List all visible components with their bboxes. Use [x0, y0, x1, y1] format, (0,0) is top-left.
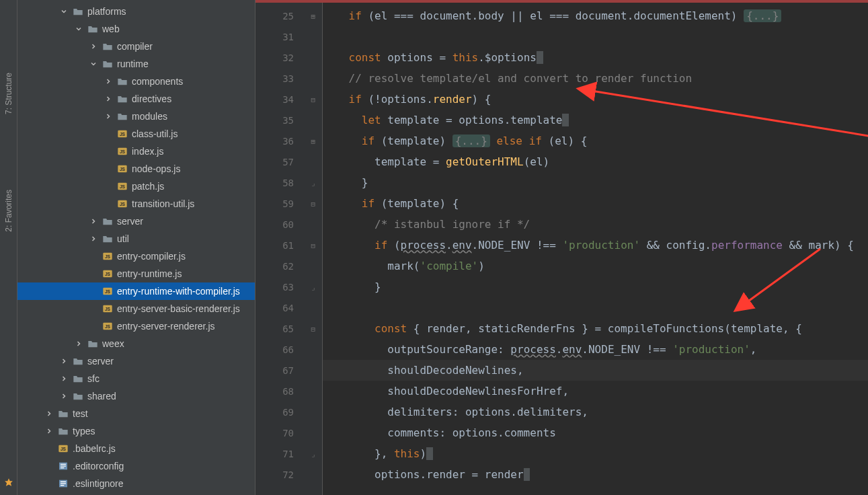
js-file-icon: JS [102, 268, 113, 279]
favorites-star-icon[interactable] [4, 478, 13, 487]
tree-item-entry-server-renderer-js[interactable]: JSentry-server-renderer.js [17, 317, 255, 335]
chevron-right-icon[interactable] [89, 234, 98, 243]
tree-item-transition-util-js[interactable]: JStransition-util.js [17, 195, 255, 213]
chevron-right-icon[interactable] [59, 391, 69, 401]
chevron-down-icon[interactable] [59, 7, 69, 16]
code-line: if (template) { [323, 193, 868, 214]
tree-item-label: class-util.js [132, 128, 177, 139]
gutter-line: 63⌟ [255, 276, 322, 297]
chevron-right-icon[interactable] [104, 77, 113, 86]
chevron-right-icon[interactable] [44, 409, 54, 418]
code-line [323, 297, 868, 318]
fold-expand-icon[interactable]: ⊞ [311, 11, 315, 20]
gutter-line: 57 [255, 151, 322, 172]
tree-item-modules[interactable]: modules [17, 108, 255, 125]
code-line: outputSourceRange: process.env.NODE_ENV … [323, 339, 868, 360]
tree-item-server[interactable]: server [17, 352, 255, 370]
code-line: if (el === document.body || el === docum… [323, 5, 868, 26]
chevron-right-icon[interactable] [104, 94, 113, 104]
fold-badge[interactable]: {...} [744, 9, 781, 22]
fold-expand-icon[interactable]: ⊞ [311, 137, 315, 145]
folder-icon [73, 356, 83, 367]
js-file-icon: JS [117, 198, 128, 209]
tree-item-label: entry-compiler.js [117, 251, 186, 262]
tree-item-index-js[interactable]: JSindex.js [17, 143, 255, 160]
tree-item-entry-server-basic-renderer-js[interactable]: JSentry-server-basic-renderer.js [17, 300, 255, 317]
code-line: const { render, staticRenderFns } = comp… [323, 318, 868, 339]
project-tree-sidebar[interactable]: platformswebcompilerruntimecomponentsdir… [17, 0, 255, 495]
tree-item--eslintignore[interactable]: .eslintignore [17, 475, 255, 492]
tree-item-platforms[interactable]: platforms [17, 3, 255, 20]
tree-item-entry-runtime-with-compiler-js[interactable]: JSentry-runtime-with-compiler.js [17, 282, 255, 300]
tree-item-patch-js[interactable]: JSpatch.js [17, 178, 255, 195]
tree-item-util[interactable]: util [17, 230, 255, 248]
code-editor[interactable]: 25⊞31323334⊟3536⊞5758⌟59⊟6061⊟6263⌟6465⊟… [255, 0, 868, 495]
tree-item-node-ops-js[interactable]: JSnode-ops.js [17, 160, 255, 178]
tree-item-weex[interactable]: weex [17, 335, 255, 352]
folder-icon [58, 408, 69, 419]
chevron-right-icon[interactable] [89, 42, 98, 51]
code-line: let template = options.template [323, 110, 868, 130]
code-area[interactable]: if (el === document.body || el === docum… [323, 0, 868, 495]
tree-item-label: platforms [87, 6, 126, 17]
js-file-icon: JS [102, 286, 113, 297]
fold-collapse-icon[interactable]: ⊟ [311, 199, 315, 208]
fold-end-icon[interactable]: ⌟ [311, 449, 315, 458]
tree-item-entry-runtime-js[interactable]: JSentry-runtime.js [17, 265, 255, 282]
chevron-down-icon[interactable] [89, 59, 98, 69]
tree-item-web[interactable]: web [17, 20, 255, 38]
tree-item-shared[interactable]: shared [17, 387, 255, 405]
chevron-down-icon[interactable] [74, 24, 83, 34]
tree-item-label: entry-server-basic-renderer.js [117, 303, 240, 314]
tree-item-label: entry-server-renderer.js [117, 321, 215, 332]
gutter-line: 36⊞ [255, 130, 322, 151]
gutter-line: 68 [255, 381, 322, 402]
tree-item-directives[interactable]: directives [17, 90, 255, 108]
editor-gutter: 25⊞31323334⊟3536⊞5758⌟59⊟6061⊟6263⌟6465⊟… [255, 0, 323, 495]
tree-item-class-util-js[interactable]: JSclass-util.js [17, 125, 255, 143]
svg-rect-26 [61, 467, 64, 468]
chevron-right-icon[interactable] [59, 356, 69, 366]
gutter-line: 66 [255, 339, 322, 360]
tree-item-server[interactable]: server [17, 213, 255, 230]
svg-text:JS: JS [120, 202, 126, 206]
tree-item--editorconfig[interactable]: .editorconfig [17, 457, 255, 475]
svg-text:JS: JS [105, 307, 111, 311]
folder-icon [73, 6, 83, 17]
folder-icon [102, 59, 113, 69]
folder-icon [117, 111, 128, 122]
tree-item-runtime[interactable]: runtime [17, 55, 255, 73]
svg-rect-25 [61, 465, 66, 466]
tree-item-sfc[interactable]: sfc [17, 370, 255, 387]
fold-end-icon[interactable]: ⌟ [311, 282, 315, 291]
structure-tool-label[interactable]: 7: Structure [4, 73, 13, 114]
chevron-right-icon[interactable] [104, 112, 113, 121]
svg-rect-28 [61, 482, 66, 482]
left-tool-strip: 7: Structure 2: Favorites [0, 0, 17, 495]
svg-text:JS: JS [120, 149, 126, 154]
tree-item-label: sfc [87, 373, 100, 384]
tree-item-label: test [73, 408, 88, 419]
fold-collapse-icon[interactable]: ⊟ [311, 95, 315, 104]
tree-item-compiler[interactable]: compiler [17, 38, 255, 55]
tree-item-types[interactable]: types [17, 422, 255, 440]
fold-collapse-icon[interactable]: ⊟ [311, 324, 315, 333]
chevron-right-icon[interactable] [44, 426, 54, 436]
tree-item--babelrc-js[interactable]: JS.babelrc.js [17, 440, 255, 457]
js-file-icon: JS [117, 181, 128, 192]
tree-item-entry-compiler-js[interactable]: JSentry-compiler.js [17, 248, 255, 265]
chevron-right-icon[interactable] [89, 217, 98, 226]
fold-collapse-icon[interactable]: ⊟ [311, 241, 315, 250]
tree-item-test[interactable]: test [17, 405, 255, 422]
tree-item-label: patch.js [132, 181, 164, 192]
favorites-tool-label[interactable]: 2: Favorites [4, 190, 13, 232]
js-file-icon: JS [102, 321, 113, 332]
chevron-right-icon[interactable] [74, 339, 83, 348]
tree-item-label: transition-util.js [132, 198, 194, 209]
js-file-icon: JS [102, 303, 113, 314]
tree-item-components[interactable]: components [17, 73, 255, 90]
tree-item-label: .eslintignore [73, 478, 124, 489]
fold-badge[interactable]: {...} [452, 135, 490, 147]
fold-end-icon[interactable]: ⌟ [311, 178, 315, 187]
chevron-right-icon[interactable] [59, 374, 69, 383]
